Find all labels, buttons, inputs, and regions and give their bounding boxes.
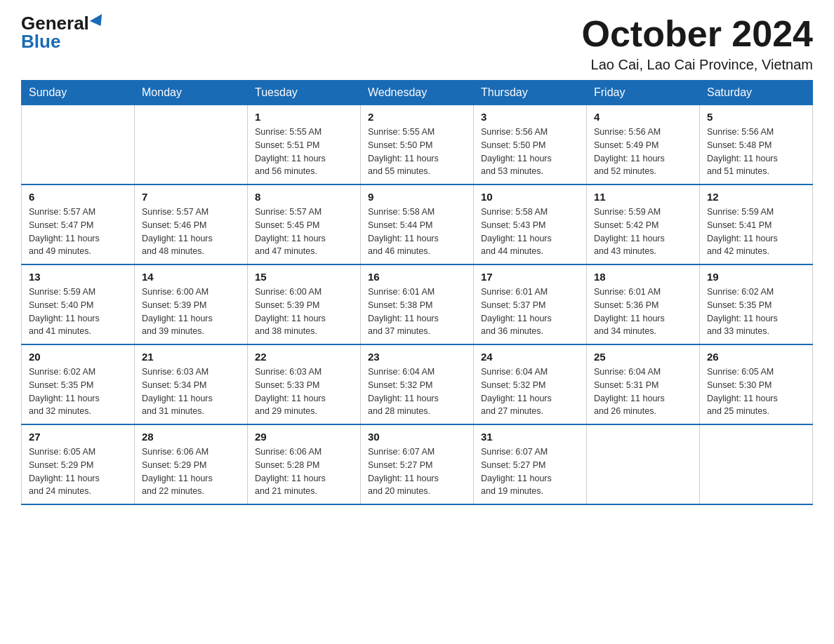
calendar-cell: 29Sunrise: 6:06 AM Sunset: 5:28 PM Dayli… bbox=[248, 424, 361, 504]
day-info: Sunrise: 5:59 AM Sunset: 5:42 PM Dayligh… bbox=[594, 206, 692, 258]
location-text: Lao Cai, Lao Cai Province, Vietnam bbox=[582, 57, 814, 73]
calendar-cell: 21Sunrise: 6:03 AM Sunset: 5:34 PM Dayli… bbox=[135, 344, 248, 424]
day-info: Sunrise: 6:04 AM Sunset: 5:31 PM Dayligh… bbox=[594, 365, 692, 418]
calendar-cell: 24Sunrise: 6:04 AM Sunset: 5:32 PM Dayli… bbox=[474, 344, 587, 424]
calendar-cell: 12Sunrise: 5:59 AM Sunset: 5:41 PM Dayli… bbox=[700, 185, 813, 264]
calendar-cell: 2Sunrise: 5:55 AM Sunset: 5:50 PM Daylig… bbox=[361, 105, 474, 185]
calendar-cell: 8Sunrise: 5:57 AM Sunset: 5:45 PM Daylig… bbox=[248, 185, 361, 264]
calendar-cell: 19Sunrise: 6:02 AM Sunset: 5:35 PM Dayli… bbox=[700, 264, 813, 344]
day-info: Sunrise: 5:56 AM Sunset: 5:49 PM Dayligh… bbox=[594, 126, 692, 178]
day-info: Sunrise: 6:01 AM Sunset: 5:36 PM Dayligh… bbox=[594, 286, 692, 338]
calendar-cell: 13Sunrise: 5:59 AM Sunset: 5:40 PM Dayli… bbox=[22, 264, 135, 344]
day-info: Sunrise: 5:57 AM Sunset: 5:45 PM Dayligh… bbox=[255, 206, 353, 258]
calendar-cell bbox=[135, 105, 248, 185]
week-row: 13Sunrise: 5:59 AM Sunset: 5:40 PM Dayli… bbox=[22, 264, 813, 344]
day-info: Sunrise: 6:00 AM Sunset: 5:39 PM Dayligh… bbox=[255, 286, 353, 338]
calendar-cell: 15Sunrise: 6:00 AM Sunset: 5:39 PM Dayli… bbox=[248, 264, 361, 344]
weekday-header: Friday bbox=[587, 81, 700, 105]
day-info: Sunrise: 6:03 AM Sunset: 5:33 PM Dayligh… bbox=[255, 365, 353, 418]
day-info: Sunrise: 6:04 AM Sunset: 5:32 PM Dayligh… bbox=[368, 365, 466, 418]
day-number: 7 bbox=[142, 191, 240, 203]
calendar-cell: 9Sunrise: 5:58 AM Sunset: 5:44 PM Daylig… bbox=[361, 185, 474, 264]
day-number: 20 bbox=[29, 351, 127, 363]
day-number: 27 bbox=[29, 431, 127, 443]
day-number: 9 bbox=[368, 191, 466, 203]
calendar-cell: 4Sunrise: 5:56 AM Sunset: 5:49 PM Daylig… bbox=[587, 105, 700, 185]
day-number: 6 bbox=[29, 191, 127, 203]
day-info: Sunrise: 6:04 AM Sunset: 5:32 PM Dayligh… bbox=[481, 365, 579, 418]
calendar-cell: 31Sunrise: 6:07 AM Sunset: 5:27 PM Dayli… bbox=[474, 424, 587, 504]
day-info: Sunrise: 6:06 AM Sunset: 5:28 PM Dayligh… bbox=[255, 445, 353, 498]
page-header: General Blue October 2024 Lao Cai, Lao C… bbox=[21, 14, 813, 73]
weekday-header: Thursday bbox=[474, 81, 587, 105]
month-title: October 2024 bbox=[582, 14, 814, 54]
day-number: 8 bbox=[255, 191, 353, 203]
day-number: 14 bbox=[142, 271, 240, 283]
day-info: Sunrise: 6:02 AM Sunset: 5:35 PM Dayligh… bbox=[707, 286, 805, 338]
day-info: Sunrise: 5:58 AM Sunset: 5:44 PM Dayligh… bbox=[368, 206, 466, 258]
calendar-cell: 20Sunrise: 6:02 AM Sunset: 5:35 PM Dayli… bbox=[22, 344, 135, 424]
day-info: Sunrise: 5:58 AM Sunset: 5:43 PM Dayligh… bbox=[481, 206, 579, 258]
calendar-cell: 17Sunrise: 6:01 AM Sunset: 5:37 PM Dayli… bbox=[474, 264, 587, 344]
calendar-cell: 18Sunrise: 6:01 AM Sunset: 5:36 PM Dayli… bbox=[587, 264, 700, 344]
day-number: 2 bbox=[368, 111, 466, 123]
day-info: Sunrise: 6:05 AM Sunset: 5:29 PM Dayligh… bbox=[29, 445, 127, 498]
day-number: 24 bbox=[481, 351, 579, 363]
week-row: 1Sunrise: 5:55 AM Sunset: 5:51 PM Daylig… bbox=[22, 105, 813, 185]
week-row: 20Sunrise: 6:02 AM Sunset: 5:35 PM Dayli… bbox=[22, 344, 813, 424]
calendar-cell: 3Sunrise: 5:56 AM Sunset: 5:50 PM Daylig… bbox=[474, 105, 587, 185]
day-number: 28 bbox=[142, 431, 240, 443]
day-info: Sunrise: 5:59 AM Sunset: 5:40 PM Dayligh… bbox=[29, 286, 127, 338]
day-number: 12 bbox=[707, 191, 805, 203]
day-number: 11 bbox=[594, 191, 692, 203]
day-info: Sunrise: 6:02 AM Sunset: 5:35 PM Dayligh… bbox=[29, 365, 127, 418]
day-info: Sunrise: 5:57 AM Sunset: 5:46 PM Dayligh… bbox=[142, 206, 240, 258]
calendar-cell: 27Sunrise: 6:05 AM Sunset: 5:29 PM Dayli… bbox=[22, 424, 135, 504]
day-number: 17 bbox=[481, 271, 579, 283]
week-row: 27Sunrise: 6:05 AM Sunset: 5:29 PM Dayli… bbox=[22, 424, 813, 504]
week-row: 6Sunrise: 5:57 AM Sunset: 5:47 PM Daylig… bbox=[22, 185, 813, 264]
day-number: 10 bbox=[481, 191, 579, 203]
calendar-cell bbox=[700, 424, 813, 504]
day-number: 23 bbox=[368, 351, 466, 363]
day-number: 3 bbox=[481, 111, 579, 123]
calendar-cell bbox=[22, 105, 135, 185]
weekday-header: Sunday bbox=[22, 81, 135, 105]
logo-general-text: General bbox=[21, 14, 89, 32]
day-info: Sunrise: 5:57 AM Sunset: 5:47 PM Dayligh… bbox=[29, 206, 127, 258]
day-info: Sunrise: 6:07 AM Sunset: 5:27 PM Dayligh… bbox=[481, 445, 579, 498]
day-info: Sunrise: 6:01 AM Sunset: 5:37 PM Dayligh… bbox=[481, 286, 579, 338]
day-number: 5 bbox=[707, 111, 805, 123]
weekday-header: Saturday bbox=[700, 81, 813, 105]
day-info: Sunrise: 5:56 AM Sunset: 5:50 PM Dayligh… bbox=[481, 126, 579, 178]
day-number: 30 bbox=[368, 431, 466, 443]
logo-triangle-icon bbox=[90, 14, 107, 29]
calendar-cell: 30Sunrise: 6:07 AM Sunset: 5:27 PM Dayli… bbox=[361, 424, 474, 504]
calendar-header-row: SundayMondayTuesdayWednesdayThursdayFrid… bbox=[22, 81, 813, 105]
day-number: 31 bbox=[481, 431, 579, 443]
day-info: Sunrise: 5:55 AM Sunset: 5:50 PM Dayligh… bbox=[368, 126, 466, 178]
calendar-cell: 22Sunrise: 6:03 AM Sunset: 5:33 PM Dayli… bbox=[248, 344, 361, 424]
day-info: Sunrise: 6:03 AM Sunset: 5:34 PM Dayligh… bbox=[142, 365, 240, 418]
day-number: 26 bbox=[707, 351, 805, 363]
day-info: Sunrise: 5:59 AM Sunset: 5:41 PM Dayligh… bbox=[707, 206, 805, 258]
calendar-cell: 16Sunrise: 6:01 AM Sunset: 5:38 PM Dayli… bbox=[361, 264, 474, 344]
weekday-header: Monday bbox=[135, 81, 248, 105]
day-number: 13 bbox=[29, 271, 127, 283]
weekday-header: Tuesday bbox=[248, 81, 361, 105]
day-info: Sunrise: 6:00 AM Sunset: 5:39 PM Dayligh… bbox=[142, 286, 240, 338]
day-number: 16 bbox=[368, 271, 466, 283]
calendar-cell: 14Sunrise: 6:00 AM Sunset: 5:39 PM Dayli… bbox=[135, 264, 248, 344]
day-number: 18 bbox=[594, 271, 692, 283]
calendar-cell: 1Sunrise: 5:55 AM Sunset: 5:51 PM Daylig… bbox=[248, 105, 361, 185]
calendar-cell: 6Sunrise: 5:57 AM Sunset: 5:47 PM Daylig… bbox=[22, 185, 135, 264]
day-number: 15 bbox=[255, 271, 353, 283]
calendar-cell: 25Sunrise: 6:04 AM Sunset: 5:31 PM Dayli… bbox=[587, 344, 700, 424]
calendar-cell: 5Sunrise: 5:56 AM Sunset: 5:48 PM Daylig… bbox=[700, 105, 813, 185]
day-number: 19 bbox=[707, 271, 805, 283]
day-info: Sunrise: 6:06 AM Sunset: 5:29 PM Dayligh… bbox=[142, 445, 240, 498]
logo: General Blue bbox=[21, 14, 105, 51]
day-number: 21 bbox=[142, 351, 240, 363]
day-info: Sunrise: 6:01 AM Sunset: 5:38 PM Dayligh… bbox=[368, 286, 466, 338]
calendar-cell: 26Sunrise: 6:05 AM Sunset: 5:30 PM Dayli… bbox=[700, 344, 813, 424]
